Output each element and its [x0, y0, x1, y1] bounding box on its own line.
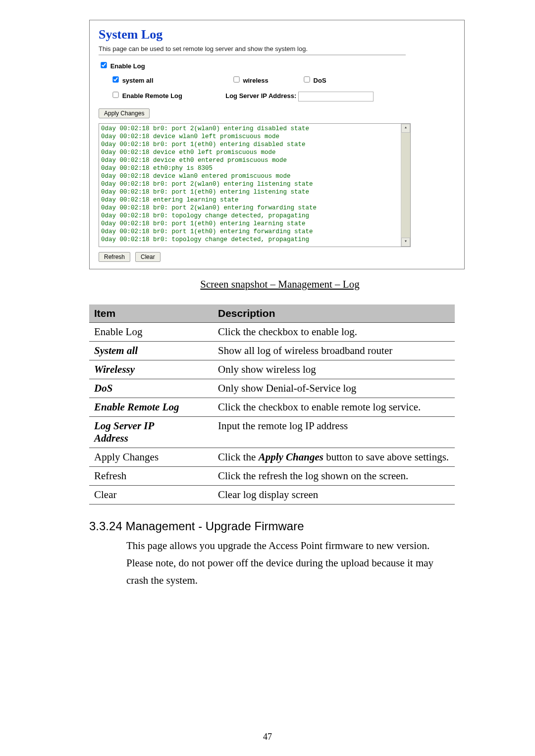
- table-row: Log Server IPAddressInput the remote log…: [89, 416, 455, 448]
- wireless-checkbox-label: wireless: [231, 77, 270, 84]
- enable-remote-checkbox[interactable]: [112, 92, 118, 98]
- table-cell-item: Clear: [89, 485, 213, 504]
- log-server-ip-input[interactable]: [298, 92, 374, 101]
- log-line: 0day 00:02:18 device eth0 left promiscuo…: [101, 149, 408, 156]
- log-textarea[interactable]: 0day 00:02:18 br0: port 2(wlan0) enterin…: [99, 123, 411, 247]
- log-line: 0day 00:02:18 device eth0 entered promis…: [101, 156, 408, 164]
- system-log-panel: System Log This page can be used to set …: [89, 20, 465, 269]
- system-all-checkbox[interactable]: [112, 76, 118, 82]
- section-heading: 3.3.24 Management - Upgrade Firmware: [89, 519, 471, 533]
- table-row: WirelessyOnly show wireless log: [89, 360, 455, 379]
- dos-checkbox-label: DoS: [302, 77, 326, 84]
- table-header-item: Item: [89, 304, 213, 323]
- divider: [99, 54, 406, 55]
- table-row: ClearClear log display screen: [89, 485, 455, 504]
- system-all-checkbox-label: system all: [110, 77, 155, 84]
- enable-log-checkbox-label: Enable Log: [99, 62, 145, 70]
- log-lines: 0day 00:02:18 br0: port 2(wlan0) enterin…: [101, 125, 408, 244]
- system-log-title: System Log: [99, 27, 455, 42]
- refresh-button[interactable]: Refresh: [99, 252, 130, 262]
- section-number: 3.3.24: [89, 519, 122, 533]
- clear-button[interactable]: Clear: [135, 252, 160, 262]
- enable-log-checkbox[interactable]: [101, 62, 107, 68]
- table-cell-item: Refresh: [89, 466, 213, 485]
- table-cell-item: System all: [89, 341, 213, 360]
- table-cell-item: Enable Remote Log: [89, 398, 213, 416]
- table-cell-desc: Clear log display screen: [213, 485, 455, 504]
- scroll-thumb[interactable]: [401, 133, 410, 238]
- log-line: 0day 00:02:18 br0: port 2(wlan0) enterin…: [101, 180, 408, 188]
- table-row: RefreshClick the refresh the log shown o…: [89, 466, 455, 485]
- table-cell-desc: Input the remote log IP address: [213, 416, 455, 448]
- enable-remote-label: Enable Remote Log: [122, 92, 182, 100]
- table-row: DoSOnly show Denial-of-Service log: [89, 379, 455, 398]
- log-line: 0day 00:02:18 br0: topology change detec…: [101, 212, 408, 220]
- wireless-label: wireless: [243, 77, 268, 84]
- figure-caption: Screen snapshot – Management – Log: [89, 278, 471, 291]
- table-cell-item: Enable Log: [89, 322, 213, 341]
- table-row: Enable LogClick the checkbox to enable l…: [89, 322, 455, 341]
- log-line: 0day 00:02:18 br0: port 1(eth0) entering…: [101, 228, 408, 236]
- log-line: 0day 00:02:18 br0: port 1(eth0) entering…: [101, 141, 408, 149]
- table-row: Apply ChangesClick the Apply Changes but…: [89, 448, 455, 466]
- log-line: 0day 00:02:18 br0: port 2(wlan0) enterin…: [101, 125, 408, 133]
- table-cell-desc: Click the refresh the log shown on the s…: [213, 466, 455, 485]
- enable-remote-checkbox-label: Enable Remote Log: [110, 92, 184, 100]
- log-server-ip-label: Log Server IP Address:: [225, 92, 296, 100]
- scrollbar[interactable]: ▴ ▾: [401, 124, 410, 247]
- dos-label: DoS: [314, 77, 326, 84]
- system-log-desc: This page can be used to set remote log …: [99, 45, 455, 52]
- table-cell-desc: Only show Denial-of-Service log: [213, 379, 455, 398]
- table-cell-desc: Show all log of wireless broadband route…: [213, 341, 455, 360]
- log-line: 0day 00:02:18 eth0:phy is 8305: [101, 164, 408, 172]
- table-cell-item: Log Server IPAddress: [89, 416, 213, 448]
- table-cell-item: DoS: [89, 379, 213, 398]
- table-cell-item: Wirelessy: [89, 360, 213, 379]
- table-cell-desc: Click the Apply Changes button to save a…: [213, 448, 455, 466]
- log-line: 0day 00:02:18 device wlan0 left promiscu…: [101, 133, 408, 141]
- wireless-checkbox[interactable]: [233, 76, 239, 82]
- dos-checkbox[interactable]: [304, 76, 310, 82]
- log-line: 0day 00:02:18 br0: port 2(wlan0) enterin…: [101, 204, 408, 212]
- log-line: 0day 00:02:18 device wlan0 entered promi…: [101, 172, 408, 180]
- enable-log-label: Enable Log: [110, 62, 145, 70]
- page-number: 47: [0, 732, 535, 742]
- table-row: System allShow all log of wireless broad…: [89, 341, 455, 360]
- system-all-label: system all: [122, 77, 154, 84]
- log-line: 0day 00:02:18 br0: port 1(eth0) entering…: [101, 220, 408, 228]
- section-title: Management - Upgrade Firmware: [125, 519, 304, 533]
- table-cell-desc: Only show wireless log: [213, 360, 455, 379]
- table-row: Enable Remote LogClick the checkbox to e…: [89, 398, 455, 416]
- log-line: 0day 00:02:18 br0: topology change detec…: [101, 236, 408, 244]
- description-table: Item Description Enable LogClick the che…: [89, 304, 455, 504]
- table-cell-desc: Click the checkbox to enable log.: [213, 322, 455, 341]
- log-line: 0day 00:02:18 entering learning state: [101, 196, 408, 204]
- scroll-down-icon[interactable]: ▾: [401, 238, 410, 247]
- apply-changes-button[interactable]: Apply Changes: [99, 108, 150, 118]
- log-line: 0day 00:02:18 br0: port 1(eth0) entering…: [101, 188, 408, 196]
- table-cell-item: Apply Changes: [89, 448, 213, 466]
- table-header-desc: Description: [213, 304, 455, 323]
- table-cell-desc: Click the checkbox to enable remote log …: [213, 398, 455, 416]
- scroll-up-icon[interactable]: ▴: [401, 124, 410, 133]
- section-body: This page allows you upgrade the Access …: [126, 537, 448, 589]
